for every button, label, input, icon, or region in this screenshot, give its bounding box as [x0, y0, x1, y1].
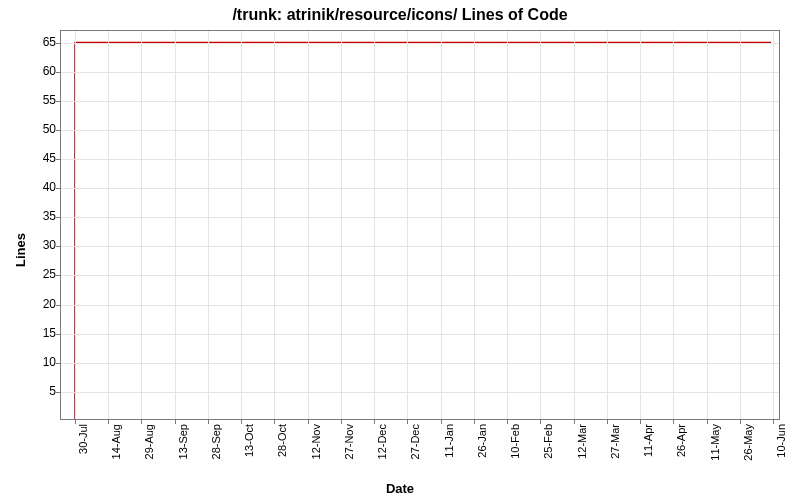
ytick-mark — [56, 159, 61, 160]
gridline-h — [61, 188, 779, 189]
gridline-v — [707, 31, 708, 419]
gridline-v — [441, 31, 442, 419]
xtick-mark — [108, 419, 109, 424]
gridline-v — [773, 31, 774, 419]
ytick-label: 15 — [16, 327, 56, 339]
ytick-label: 10 — [16, 356, 56, 368]
ytick-label: 65 — [16, 36, 56, 48]
plot-area: 30-Jul14-Aug29-Aug13-Sep28-Sep13-Oct28-O… — [60, 30, 780, 420]
ytick-label: 60 — [16, 65, 56, 77]
xtick-label: 27-Dec — [410, 424, 421, 459]
gridline-h — [61, 159, 779, 160]
xtick-mark — [607, 419, 608, 424]
ytick-label: 25 — [16, 268, 56, 280]
ytick-mark — [56, 43, 61, 44]
ytick-label: 50 — [16, 123, 56, 135]
gridline-h — [61, 72, 779, 73]
ytick-label: 20 — [16, 298, 56, 310]
xtick-mark — [640, 419, 641, 424]
gridline-v — [274, 31, 275, 419]
gridline-h — [61, 43, 779, 44]
xtick-mark — [707, 419, 708, 424]
gridline-h — [61, 334, 779, 335]
gridline-v — [407, 31, 408, 419]
ytick-label: 30 — [16, 239, 56, 251]
xtick-label: 26-Apr — [676, 424, 687, 457]
gridline-v — [640, 31, 641, 419]
xtick-label: 12-Mar — [577, 424, 588, 459]
gridline-v — [607, 31, 608, 419]
gridline-v — [308, 31, 309, 419]
gridline-v — [474, 31, 475, 419]
xtick-mark — [308, 419, 309, 424]
xtick-label: 14-Aug — [111, 424, 122, 459]
xtick-label: 11-Jan — [444, 424, 455, 458]
xtick-label: 28-Oct — [277, 424, 288, 457]
xtick-label: 26-Jan — [477, 424, 488, 458]
xtick-mark — [441, 419, 442, 424]
loc-line-chart: /trunk: atrinik/resource/icons/ Lines of… — [0, 0, 800, 500]
xtick-label: 26-May — [743, 424, 754, 461]
gridline-h — [61, 392, 779, 393]
xtick-label: 10-Feb — [510, 424, 521, 459]
gridline-v — [108, 31, 109, 419]
xtick-label: 10-Jun — [776, 424, 787, 458]
gridline-v — [175, 31, 176, 419]
xtick-mark — [175, 419, 176, 424]
gridline-h — [61, 363, 779, 364]
xtick-mark — [773, 419, 774, 424]
gridline-v — [341, 31, 342, 419]
ytick-mark — [56, 305, 61, 306]
gridline-v — [75, 31, 76, 419]
ytick-label: 45 — [16, 152, 56, 164]
gridline-h — [61, 101, 779, 102]
xtick-label: 25-Feb — [543, 424, 554, 459]
gridline-h — [61, 217, 779, 218]
xtick-mark — [208, 419, 209, 424]
gridline-h — [61, 246, 779, 247]
gridline-v — [374, 31, 375, 419]
gridline-v — [507, 31, 508, 419]
ytick-mark — [56, 217, 61, 218]
x-axis-label: Date — [0, 481, 800, 496]
gridline-h — [61, 305, 779, 306]
xtick-label: 12-Nov — [311, 424, 322, 459]
series-svg — [61, 31, 779, 419]
xtick-label: 11-May — [710, 424, 721, 461]
gridline-v — [673, 31, 674, 419]
ytick-mark — [56, 188, 61, 189]
gridline-v — [740, 31, 741, 419]
xtick-label: 28-Sep — [211, 424, 222, 459]
xtick-label: 30-Jul — [78, 424, 89, 454]
ytick-mark — [56, 72, 61, 73]
ytick-label: 5 — [16, 385, 56, 397]
xtick-label: 13-Oct — [244, 424, 255, 457]
xtick-mark — [574, 419, 575, 424]
ytick-mark — [56, 392, 61, 393]
ytick-mark — [56, 130, 61, 131]
gridline-v — [574, 31, 575, 419]
xtick-mark — [374, 419, 375, 424]
gridline-v — [540, 31, 541, 419]
xtick-mark — [341, 419, 342, 424]
gridline-v — [241, 31, 242, 419]
xtick-mark — [141, 419, 142, 424]
ytick-mark — [56, 246, 61, 247]
gridline-h — [61, 130, 779, 131]
xtick-label: 13-Sep — [178, 424, 189, 459]
xtick-label: 12-Dec — [377, 424, 388, 459]
ytick-mark — [56, 363, 61, 364]
xtick-label: 27-Nov — [344, 424, 355, 459]
chart-title: /trunk: atrinik/resource/icons/ Lines of… — [0, 6, 800, 24]
ytick-label: 55 — [16, 94, 56, 106]
gridline-h — [61, 275, 779, 276]
gridline-v — [141, 31, 142, 419]
xtick-label: 11-Apr — [643, 424, 654, 457]
ytick-mark — [56, 334, 61, 335]
xtick-mark — [474, 419, 475, 424]
ytick-mark — [56, 101, 61, 102]
xtick-mark — [507, 419, 508, 424]
xtick-mark — [740, 419, 741, 424]
ytick-label: 40 — [16, 181, 56, 193]
gridline-v — [208, 31, 209, 419]
